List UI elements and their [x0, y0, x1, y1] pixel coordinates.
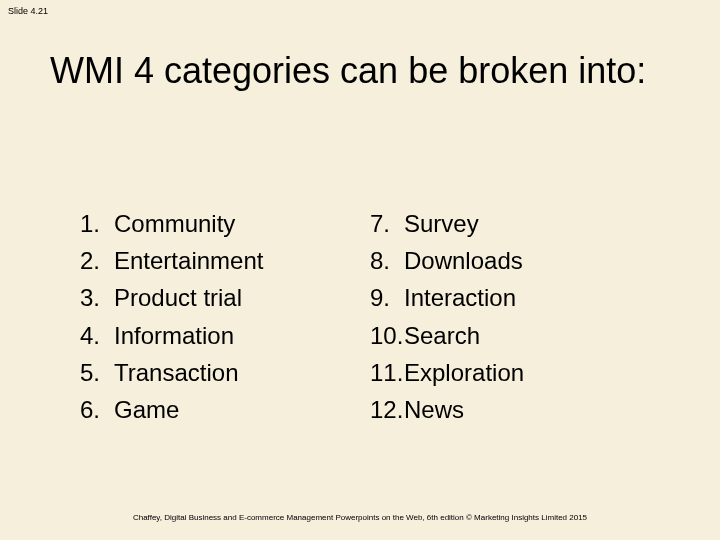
item-text: Community	[114, 205, 235, 242]
item-text: Downloads	[404, 242, 523, 279]
list-item: 8. Downloads	[370, 242, 660, 279]
item-text: Entertainment	[114, 242, 263, 279]
item-number: 11.	[370, 354, 404, 391]
list-item: 11. Exploration	[370, 354, 660, 391]
item-number: 12.	[370, 391, 404, 428]
slide: Slide 4.21 WMI 4 categories can be broke…	[0, 0, 720, 540]
list-item: 10. Search	[370, 317, 660, 354]
item-text: Information	[114, 317, 234, 354]
item-text: Survey	[404, 205, 479, 242]
item-text: Search	[404, 317, 480, 354]
item-number: 9.	[370, 279, 404, 316]
left-column: 1. Community 2. Entertainment 3. Product…	[80, 205, 370, 428]
content-columns: 1. Community 2. Entertainment 3. Product…	[80, 205, 660, 428]
item-text: Product trial	[114, 279, 242, 316]
item-number: 8.	[370, 242, 404, 279]
slide-title: WMI 4 categories can be broken into:	[50, 48, 670, 93]
item-number: 4.	[80, 317, 114, 354]
list-item: 7. Survey	[370, 205, 660, 242]
left-list: 1. Community 2. Entertainment 3. Product…	[80, 205, 370, 428]
right-list: 7. Survey 8. Downloads 9. Interaction 10…	[370, 205, 660, 428]
item-text: Game	[114, 391, 179, 428]
list-item: 4. Information	[80, 317, 370, 354]
list-item: 1. Community	[80, 205, 370, 242]
item-text: News	[404, 391, 464, 428]
item-text: Transaction	[114, 354, 239, 391]
list-item: 9. Interaction	[370, 279, 660, 316]
item-text: Interaction	[404, 279, 516, 316]
item-number: 1.	[80, 205, 114, 242]
item-text: Exploration	[404, 354, 524, 391]
item-number: 6.	[80, 391, 114, 428]
list-item: 6. Game	[80, 391, 370, 428]
list-item: 5. Transaction	[80, 354, 370, 391]
footer-citation: Chaffey, Digital Business and E-commerce…	[0, 513, 720, 522]
item-number: 7.	[370, 205, 404, 242]
right-column: 7. Survey 8. Downloads 9. Interaction 10…	[370, 205, 660, 428]
list-item: 12. News	[370, 391, 660, 428]
list-item: 3. Product trial	[80, 279, 370, 316]
item-number: 2.	[80, 242, 114, 279]
list-item: 2. Entertainment	[80, 242, 370, 279]
item-number: 10.	[370, 317, 404, 354]
item-number: 3.	[80, 279, 114, 316]
slide-number: Slide 4.21	[8, 6, 48, 16]
item-number: 5.	[80, 354, 114, 391]
